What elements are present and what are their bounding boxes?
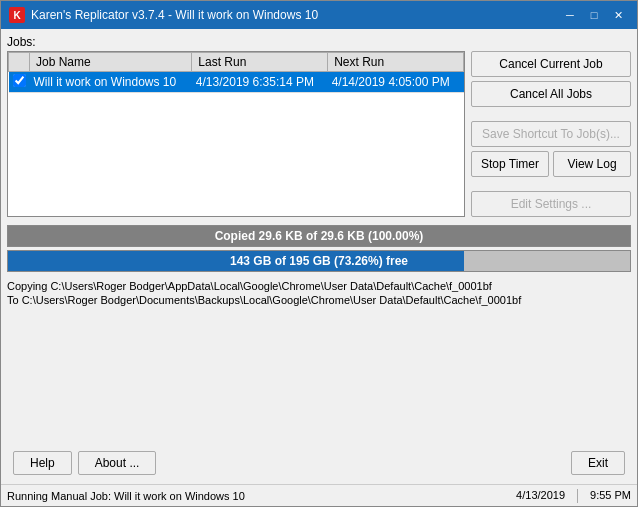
- copy-progress-label: Copied 29.6 KB of 29.6 KB (100.00%): [8, 229, 630, 243]
- job-last-run-cell: 4/13/2019 6:35:14 PM: [192, 72, 328, 93]
- job-checkbox-cell[interactable]: [9, 72, 30, 93]
- status-line-2: To C:\Users\Roger Bodger\Documents\Backu…: [7, 294, 631, 306]
- jobs-label: Jobs:: [7, 35, 631, 49]
- separator-2: [471, 181, 631, 187]
- status-text-area: Copying C:\Users\Roger Bodger\AppData\Lo…: [7, 280, 631, 306]
- minimize-button[interactable]: ─: [559, 5, 581, 25]
- main-content: Jobs: Job Name Last Run Next Run: [1, 29, 637, 484]
- copy-progress-bar: Copied 29.6 KB of 29.6 KB (100.00%): [7, 225, 631, 247]
- about-button[interactable]: About ...: [78, 451, 157, 475]
- help-button[interactable]: Help: [13, 451, 72, 475]
- status-line-1: Copying C:\Users\Roger Bodger\AppData\Lo…: [7, 280, 631, 292]
- jobs-area: Job Name Last Run Next Run Will it work …: [7, 51, 631, 217]
- view-log-button[interactable]: View Log: [553, 151, 631, 177]
- col-checkbox: [9, 53, 30, 72]
- status-bar-date: 4/13/2019: [516, 489, 565, 503]
- status-bar: Running Manual Job: Will it work on Wind…: [1, 484, 637, 506]
- status-bar-text: Running Manual Job: Will it work on Wind…: [7, 490, 516, 502]
- title-bar: K Karen's Replicator v3.7.4 - Will it wo…: [1, 1, 637, 29]
- jobs-table: Job Name Last Run Next Run Will it work …: [8, 52, 464, 93]
- right-buttons-panel: Cancel Current Job Cancel All Jobs Save …: [471, 51, 631, 217]
- jobs-section: Jobs: Job Name Last Run Next Run: [7, 35, 631, 217]
- title-bar-controls: ─ □ ✕: [559, 5, 629, 25]
- bottom-area: [7, 310, 631, 444]
- cancel-all-jobs-button[interactable]: Cancel All Jobs: [471, 81, 631, 107]
- job-checkbox[interactable]: [13, 74, 26, 87]
- job-next-run-cell: 4/14/2019 4:05:00 PM: [328, 72, 464, 93]
- progress-section: Copied 29.6 KB of 29.6 KB (100.00%) 143 …: [7, 225, 631, 272]
- table-row[interactable]: Will it work on Windows 10 4/13/2019 6:3…: [9, 72, 464, 93]
- separator-1: [471, 111, 631, 117]
- stop-timer-button[interactable]: Stop Timer: [471, 151, 549, 177]
- job-name-cell: Will it work on Windows 10: [30, 72, 192, 93]
- close-button[interactable]: ✕: [607, 5, 629, 25]
- save-shortcut-button[interactable]: Save Shortcut To Job(s)...: [471, 121, 631, 147]
- cancel-current-job-button[interactable]: Cancel Current Job: [471, 51, 631, 77]
- bottom-bar: Help About ... Exit: [7, 448, 631, 478]
- jobs-table-container: Job Name Last Run Next Run Will it work …: [7, 51, 465, 217]
- edit-settings-button[interactable]: Edit Settings ...: [471, 191, 631, 217]
- title-bar-text: Karen's Replicator v3.7.4 - Will it work…: [31, 8, 559, 22]
- maximize-button[interactable]: □: [583, 5, 605, 25]
- app-icon: K: [9, 7, 25, 23]
- status-bar-time: 9:55 PM: [590, 489, 631, 503]
- disk-progress-bar: 143 GB of 195 GB (73.26%) free: [7, 250, 631, 272]
- col-job-name: Job Name: [30, 53, 192, 72]
- col-last-run: Last Run: [192, 53, 328, 72]
- col-next-run: Next Run: [328, 53, 464, 72]
- status-bar-separator: [577, 489, 578, 503]
- status-bar-right: 4/13/2019 9:55 PM: [516, 489, 631, 503]
- exit-button[interactable]: Exit: [571, 451, 625, 475]
- disk-progress-label: 143 GB of 195 GB (73.26%) free: [8, 254, 630, 268]
